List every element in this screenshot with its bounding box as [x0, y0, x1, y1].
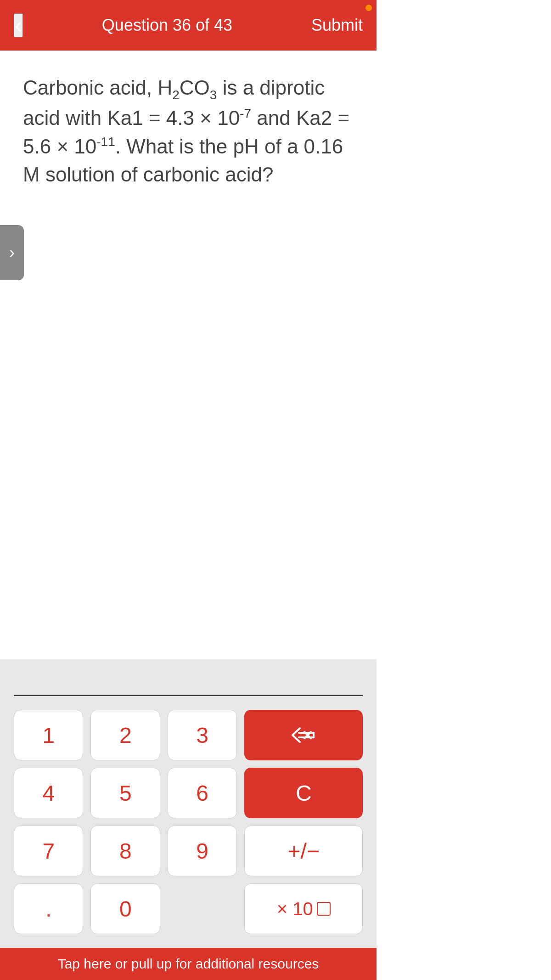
key-9[interactable]: 9 — [168, 826, 237, 876]
question-text: Carbonic acid, H2CO3 is a diprotic acid … — [23, 74, 354, 189]
bottom-bar[interactable]: Tap here or pull up for additional resou… — [0, 948, 377, 980]
key-5[interactable]: 5 — [90, 768, 160, 818]
calculator-area: 1 2 3 4 5 6 C 7 8 9 +/− . 0 × 10 — [0, 659, 377, 948]
key-0[interactable]: 0 — [90, 884, 160, 934]
key-8[interactable]: 8 — [90, 826, 160, 876]
clear-button[interactable]: C — [244, 768, 363, 818]
keypad: 1 2 3 4 5 6 C 7 8 9 +/− . 0 × 10 — [14, 710, 363, 934]
key-7[interactable]: 7 — [14, 826, 83, 876]
backspace-button[interactable] — [244, 710, 363, 760]
key-plus-minus[interactable]: +/− — [244, 826, 363, 876]
key-decimal[interactable]: . — [14, 884, 83, 934]
back-button[interactable]: ‹ — [14, 13, 23, 37]
chevron-right-icon: › — [9, 243, 15, 262]
question-area: Carbonic acid, H2CO3 is a diprotic acid … — [0, 51, 377, 659]
bottom-bar-text: Tap here or pull up for additional resou… — [58, 956, 319, 972]
x10-label: × 10 — [277, 899, 313, 919]
header: ‹ Question 36 of 43 Submit — [0, 0, 377, 51]
input-display[interactable] — [14, 673, 363, 696]
key-2[interactable]: 2 — [90, 710, 160, 760]
x10-exponent-box — [317, 902, 331, 916]
x10-button[interactable]: × 10 — [244, 884, 363, 934]
submit-button[interactable]: Submit — [311, 16, 363, 35]
key-4[interactable]: 4 — [14, 768, 83, 818]
question-progress: Question 36 of 43 — [102, 16, 232, 35]
side-tab[interactable]: › — [0, 225, 24, 280]
key-6[interactable]: 6 — [168, 768, 237, 818]
key-3[interactable]: 3 — [168, 710, 237, 760]
key-1[interactable]: 1 — [14, 710, 83, 760]
